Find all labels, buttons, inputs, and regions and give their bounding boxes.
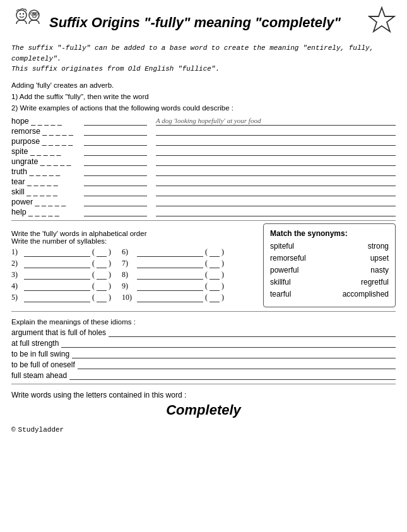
- alpha-open-bracket-right: (: [205, 259, 208, 268]
- word-label: purpose _ _ _ _ _: [11, 137, 84, 146]
- alpha-write-line[interactable]: [24, 293, 90, 302]
- word-write-line[interactable]: [84, 147, 147, 156]
- word-label: ungrate _ _ _ _ _: [11, 157, 84, 166]
- alpha-syllable-line-right[interactable]: [209, 248, 220, 257]
- idiom-row: argument that is full of holes: [11, 328, 396, 337]
- alpha-syllable-line-right[interactable]: [209, 259, 220, 268]
- word-example-line[interactable]: [156, 127, 396, 136]
- alpha-write-line-right[interactable]: [137, 293, 203, 302]
- word-example-line[interactable]: [156, 147, 396, 156]
- idiom-label: to be full of oneself: [11, 360, 75, 369]
- word-example-line[interactable]: [156, 177, 396, 186]
- alpha-syllable-line-right[interactable]: [209, 293, 220, 302]
- syn-row: spitefulstrong: [270, 242, 389, 251]
- syn-right: upset: [370, 254, 389, 263]
- alpha-write-line[interactable]: [24, 271, 90, 280]
- write-words-title: Write words using the letters contained …: [11, 391, 396, 399]
- idiom-answer-line[interactable]: [109, 328, 396, 337]
- syn-right: regretful: [361, 278, 389, 287]
- alpha-syllable-line[interactable]: [97, 271, 107, 280]
- svg-point-2: [23, 13, 24, 15]
- alpha-open-bracket: (: [92, 293, 95, 302]
- alpha-write-line-right[interactable]: [137, 282, 203, 291]
- word-example-line[interactable]: [156, 187, 396, 196]
- alpha-row: 4)()9)(): [11, 281, 257, 291]
- divider2: [11, 311, 396, 312]
- alpha-close-bracket: ): [109, 259, 111, 268]
- word-write-line[interactable]: [84, 187, 147, 196]
- alpha-num: 1): [11, 247, 23, 257]
- word-example-line[interactable]: [156, 157, 396, 166]
- svg-point-5: [35, 13, 37, 15]
- alpha-close-bracket-right: ): [221, 281, 224, 291]
- alpha-row: 3)()8)(): [11, 270, 257, 280]
- alpha-open-bracket-right: (: [205, 281, 208, 291]
- intro-text: The suffix "-fully" can be added to a ba…: [11, 43, 396, 74]
- word-example-line[interactable]: [156, 137, 396, 146]
- alpha-close-bracket-right: ): [221, 247, 224, 257]
- alpha-syllable-line-right[interactable]: [209, 271, 220, 280]
- word-example-line[interactable]: [156, 198, 396, 206]
- idiom-answer-line[interactable]: [72, 350, 396, 358]
- syn-rows: spitefulstrongremorsefulupsetpowerfulnas…: [270, 242, 389, 299]
- alpha-title: Write the 'fully' words in alphabetical …: [11, 230, 257, 245]
- alpha-write-line[interactable]: [24, 259, 90, 268]
- instructions: Adding 'fully' creates an adverb. 1) Add…: [11, 80, 396, 114]
- alpha-num-right: 10): [122, 293, 136, 302]
- alpha-syllable-line-right[interactable]: [209, 282, 220, 291]
- alpha-num: 5): [11, 293, 23, 302]
- alpha-open-bracket-right: (: [205, 293, 208, 302]
- word-write-line[interactable]: [84, 127, 147, 136]
- alpha-syllable-line[interactable]: [97, 282, 107, 291]
- word-example-line[interactable]: [156, 167, 396, 176]
- idioms-section: Explain the meanings of these idioms : a…: [11, 318, 396, 380]
- copyright-icon: ©: [11, 426, 16, 434]
- idiom-label: argument that is full of holes: [11, 328, 106, 337]
- alpha-open-bracket: (: [92, 247, 95, 257]
- footer-label: Studyladder: [18, 426, 64, 434]
- alpha-syllable-line[interactable]: [97, 293, 107, 302]
- idiom-label: full steam ahead: [11, 371, 67, 380]
- word-example-line[interactable]: A dog 'looking hopefully' at your food: [156, 117, 396, 126]
- svg-marker-9: [369, 8, 394, 32]
- alpha-syllable-line[interactable]: [97, 259, 107, 268]
- syn-left: spiteful: [270, 242, 294, 251]
- idiom-rows: argument that is full of holesat full st…: [11, 328, 396, 380]
- alpha-close-bracket: ): [109, 247, 111, 257]
- syn-row: powerfulnasty: [270, 266, 389, 275]
- alpha-write-line-right[interactable]: [137, 248, 203, 257]
- word-write-line[interactable]: [84, 157, 147, 166]
- word-example-line[interactable]: [156, 208, 396, 216]
- alpha-num: 2): [11, 259, 23, 268]
- people-icon: [11, 6, 44, 39]
- alpha-write-line[interactable]: [24, 282, 90, 291]
- write-words-section: Write words using the letters contained …: [11, 391, 396, 418]
- word-write-line[interactable]: [84, 198, 147, 206]
- page-header: Suffix Origins "-fully" meaning "complet…: [11, 6, 396, 39]
- word-write-line[interactable]: [84, 208, 147, 216]
- alpha-syllable-line[interactable]: [97, 248, 107, 257]
- syn-left: skillful: [270, 278, 291, 287]
- idiom-answer-line[interactable]: [78, 360, 396, 369]
- word-label: truth _ _ _ _ _: [11, 167, 84, 176]
- alpha-write-line-right[interactable]: [137, 271, 203, 280]
- idiom-row: to be full of oneself: [11, 360, 396, 369]
- idiom-answer-line[interactable]: [69, 371, 396, 380]
- word-label: power _ _ _ _ _: [11, 198, 84, 206]
- divider: [11, 220, 396, 221]
- divider3: [11, 384, 396, 384]
- idiom-answer-line[interactable]: [61, 339, 396, 348]
- idiom-row: full steam ahead: [11, 371, 396, 380]
- word-write-line[interactable]: [84, 137, 147, 146]
- alpha-close-bracket: ): [109, 281, 111, 291]
- word-row: hope _ _ _ _ _A dog 'looking hopefully' …: [11, 117, 396, 126]
- word-write-line[interactable]: [84, 117, 147, 126]
- alpha-write-line-right[interactable]: [137, 259, 203, 268]
- alpha-num-right: 7): [122, 259, 136, 268]
- word-write-line[interactable]: [84, 167, 147, 176]
- word-write-line[interactable]: [84, 177, 147, 186]
- alpha-write-line[interactable]: [24, 248, 90, 257]
- word-row: spite _ _ _ _ _: [11, 147, 396, 156]
- page-title: Suffix Origins "-fully" meaning "complet…: [49, 15, 396, 31]
- word-label: spite _ _ _ _ _: [11, 147, 84, 156]
